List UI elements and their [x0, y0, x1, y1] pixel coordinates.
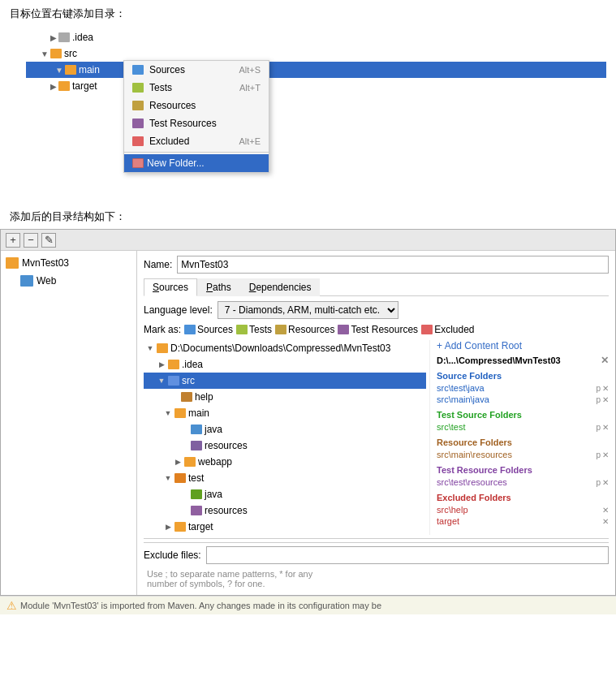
tree-row-src[interactable]: ▼ src [26, 45, 606, 62]
ft-main[interactable]: ▼ main [144, 405, 426, 421]
ft-root-arrow: ▼ [145, 344, 155, 352]
ft-webapp-icon [184, 457, 196, 467]
excluded-badge-icon [421, 325, 433, 334]
ft-main-label: main [188, 407, 209, 419]
add-content-root-btn[interactable]: + Add Content Root [437, 340, 609, 351]
name-input[interactable] [177, 256, 609, 274]
test-source-path-1-remove[interactable]: ✕ [602, 423, 609, 432]
source-path-1-edit[interactable]: p [596, 384, 601, 393]
source-path-2-remove[interactable]: ✕ [602, 395, 609, 404]
remove-module-button[interactable]: − [24, 233, 38, 248]
ft-main-resources[interactable]: resources [144, 437, 426, 454]
left-tree-web[interactable]: Web [1, 272, 136, 290]
source-path-2-link[interactable]: src\main\java [437, 394, 489, 404]
excluded-path-1-link[interactable]: src\help [437, 505, 468, 515]
resource-path-1-edit[interactable]: p [596, 450, 601, 459]
ft-target[interactable]: ▶ target [144, 519, 426, 535]
left-tree-mvntest03[interactable]: MvnTest03 [1, 254, 136, 272]
source-path-2: src\main\java p ✕ [437, 394, 609, 405]
resource-path-1-actions: p ✕ [596, 450, 609, 459]
folder-icon-src [50, 49, 62, 58]
mark-excluded-badge[interactable]: Excluded [421, 324, 474, 335]
name-row: Name: [144, 256, 609, 274]
ft-webapp[interactable]: ▶ webapp [144, 454, 426, 470]
ctx-test-resources[interactable]: Test Resources [124, 114, 269, 132]
ft-test-resources-label: resources [205, 505, 248, 516]
resource-path-1: src\main\resources p ✕ [437, 449, 609, 460]
mark-sources-badge[interactable]: Sources [184, 324, 233, 335]
excluded-path-1-remove[interactable]: ✕ [602, 506, 609, 515]
source-path-1-actions: p ✕ [596, 384, 609, 393]
module-toolbar: + − ✎ [1, 230, 615, 251]
ft-webapp-arrow: ▶ [173, 458, 183, 466]
ft-test-arrow: ▼ [163, 474, 173, 482]
source-path-2-edit[interactable]: p [596, 395, 601, 404]
ft-main-java-label: java [205, 424, 222, 435]
ft-src[interactable]: ▼ src [144, 373, 426, 389]
test-resource-path-1-link[interactable]: src\test\resources [437, 477, 507, 487]
test-source-path-1-link[interactable]: src\test [437, 422, 465, 432]
exclude-files-input[interactable] [206, 546, 609, 564]
ctx-resources[interactable]: Resources [124, 97, 269, 114]
add-module-button[interactable]: + [6, 233, 20, 248]
ft-help-icon [181, 392, 192, 402]
ft-test-java[interactable]: java [144, 486, 426, 502]
tree-arrow-src[interactable]: ▼ [41, 50, 49, 58]
name-label: Name: [144, 259, 172, 270]
mark-test-resources-badge[interactable]: Test Resources [338, 324, 418, 335]
excluded-path-2-link[interactable]: target [437, 516, 459, 526]
ctx-sources-label: Sources [149, 64, 185, 75]
ft-test-resources[interactable]: resources [144, 502, 426, 519]
ft-webapp-label: webapp [198, 456, 232, 468]
ft-target-arrow: ▶ [163, 523, 173, 531]
source-path-1-link[interactable]: src\test\java [437, 383, 485, 393]
ft-root-icon [157, 343, 168, 353]
edit-module-button[interactable]: ✎ [41, 233, 56, 248]
tab-paths[interactable]: Paths [197, 278, 240, 296]
tree-arrow-target[interactable]: ▶ [50, 82, 57, 91]
ft-root[interactable]: ▼ D:\Documents\Downloads\Compressed\MvnT… [144, 340, 426, 356]
source-path-1-remove[interactable]: ✕ [602, 384, 609, 393]
ft-help[interactable]: help [144, 389, 426, 405]
resource-path-1-remove[interactable]: ✕ [602, 450, 609, 459]
lang-level-label: Language level: [144, 304, 213, 316]
ft-idea[interactable]: ▶ .idea [144, 356, 426, 373]
ctx-tests-shortcut: Alt+T [239, 83, 261, 93]
lang-level-select[interactable]: 7 - Diamonds, ARM, multi-catch etc. [218, 301, 398, 319]
ft-src-icon [168, 376, 179, 386]
ctx-tests[interactable]: Tests Alt+T [124, 79, 269, 97]
tree-row-idea[interactable]: ▶ .idea [26, 29, 606, 45]
tests-badge-icon [236, 325, 248, 334]
test-resources-badge-icon [338, 325, 349, 334]
folder-icon-idea [58, 32, 70, 42]
tree-row-main[interactable]: ▼ main [26, 62, 606, 78]
test-source-path-1-edit[interactable]: p [596, 423, 601, 432]
ctx-sources[interactable]: Sources Alt+S [124, 61, 269, 79]
close-content-root-btn[interactable]: ✕ [601, 355, 609, 366]
tab-dependencies[interactable]: Dependencies [240, 278, 321, 296]
info-panel: + Add Content Root D:\...\Compressed\Mvn… [430, 340, 609, 535]
tree-row-target[interactable]: ▶ target [26, 78, 606, 94]
ctx-excluded[interactable]: Excluded Alt+E [124, 132, 269, 150]
ft-test-resources-icon [191, 506, 202, 515]
test-resource-path-1-edit[interactable]: p [596, 478, 601, 487]
folder-icon-main [65, 65, 76, 75]
test-resource-path-1-remove[interactable]: ✕ [602, 478, 609, 487]
tab-sources[interactable]: Sources [144, 278, 197, 296]
test-resource-path-1: src\test\resources p ✕ [437, 476, 609, 488]
ft-test[interactable]: ▼ test [144, 470, 426, 486]
tree-arrow-main[interactable]: ▼ [55, 66, 63, 75]
ctx-new-folder[interactable]: New Folder... [124, 154, 269, 172]
ft-root-label: D:\Documents\Downloads\Compressed\MvnTes… [170, 343, 390, 354]
mark-resources-badge[interactable]: Resources [275, 324, 334, 335]
ft-main-arrow: ▼ [163, 409, 173, 417]
ft-main-resources-label: resources [205, 440, 248, 451]
mark-tests-badge[interactable]: Tests [236, 324, 272, 335]
excluded-path-2-remove[interactable]: ✕ [602, 517, 609, 526]
top-section: 目标位置右键添加目录： ▶ .idea ▼ src ▼ main ▶ targe… [0, 0, 616, 205]
ft-main-java[interactable]: java [144, 421, 426, 437]
tree-arrow-idea[interactable]: ▶ [50, 33, 57, 42]
ft-main-icon [174, 408, 186, 418]
resource-path-1-link[interactable]: src\main\resources [437, 450, 512, 459]
resources-badge-icon [275, 325, 286, 334]
